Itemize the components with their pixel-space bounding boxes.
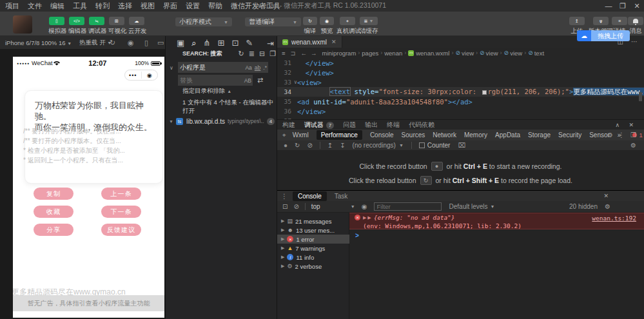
dock-side-icon[interactable]: ❐ (630, 131, 636, 139)
kebab-menu-icon[interactable]: ⋮ (618, 131, 625, 139)
console-prompt[interactable]: > (355, 232, 359, 239)
devtools-settings-icon[interactable]: ⚙ (607, 131, 613, 139)
drawer-tab-task[interactable]: Task (335, 193, 348, 200)
tab-terminal[interactable]: 终端 (387, 121, 400, 130)
console-error-entry[interactable]: × ▶ ▶ {errMsg: "no ad data"} (env: Windo… (349, 213, 644, 229)
filter-verbose[interactable]: ▶⚙2 verbose (277, 262, 349, 271)
replace-input[interactable] (178, 75, 242, 86)
close-tab-icon[interactable]: ✕ (331, 39, 337, 45)
filter-user-messages[interactable]: ▶☻13 user mes... (277, 226, 349, 235)
load-profile-icon[interactable]: ↥ (327, 142, 333, 149)
favorite-button[interactable]: 收藏 (34, 206, 73, 218)
filter-warnings[interactable]: ▶▲7 warnings (277, 244, 349, 253)
reload-icon[interactable]: ↻ (420, 176, 432, 185)
device-selector[interactable]: iPhone 6/7/8 100% 16 ▼ (5, 39, 72, 46)
crumb-pages[interactable]: pages (362, 50, 378, 57)
preview-button[interactable]: ◉ 预览 (320, 17, 334, 35)
landscape-icon[interactable]: ▭ (157, 39, 164, 47)
devtab-security[interactable]: Security (558, 131, 581, 139)
edit-icon[interactable]: ✎ (246, 38, 253, 48)
compile-button[interactable]: ↻ 编译 (303, 17, 317, 35)
color-swatch[interactable] (482, 90, 487, 95)
inspect-element-icon[interactable]: ⌖ (282, 131, 286, 139)
collapse-sidebar-icon[interactable]: ⇥ (267, 39, 274, 48)
devtab-storage[interactable]: Storage (528, 131, 551, 139)
mode-dropdown[interactable]: 小程序模式 ▼ (175, 17, 232, 26)
error-source-link[interactable]: wenan.ts:192 (592, 215, 636, 222)
match-case-icon[interactable]: Aa (245, 64, 251, 71)
feedback-button[interactable]: 反馈建议 (101, 224, 141, 236)
crumb-view[interactable]: view (462, 50, 474, 57)
more-actions-icon[interactable]: ⋯ (631, 38, 638, 45)
filter-all-messages[interactable]: ▶▤21 messages (277, 217, 349, 226)
tab-debugger[interactable]: 调试器7 (304, 121, 334, 130)
replace-all-icon[interactable]: ⇄ (257, 76, 263, 84)
expand-replace-chevron[interactable]: ∨ (170, 65, 173, 71)
search-file-row[interactable]: ▼ ts lib.wx.api.d.ts typings\types\... 4 (169, 117, 276, 126)
more-icon[interactable]: ••• (125, 72, 141, 79)
filter-errors[interactable]: ▶×1 error (277, 235, 349, 244)
crumb-view[interactable]: view (486, 50, 498, 57)
visualize-button[interactable]: ⊞ 可视化 (108, 17, 125, 35)
tab-wenan-wxml[interactable]: <> wenan.wxml ✕ (277, 36, 342, 48)
record-icon[interactable]: ● (284, 142, 288, 149)
drawer-kebab-icon[interactable]: ⋮ (281, 193, 288, 200)
messages-button[interactable]: 消息 (628, 17, 643, 35)
editor-button[interactable]: </> 编辑器 (68, 17, 85, 35)
crumb-miniprogram[interactable]: miniprogram (322, 50, 356, 57)
minimize-icon[interactable]: — (601, 2, 616, 10)
simulator-button[interactable]: ▯ 模拟器 (48, 17, 65, 35)
tab-problems[interactable]: 问题 (343, 121, 356, 130)
eye-icon[interactable]: ◉ (362, 203, 367, 210)
context-dropdown[interactable]: top ▼ (311, 203, 355, 210)
devtab-sources[interactable]: Sources (402, 131, 425, 139)
share-button[interactable]: 分享 (34, 224, 73, 236)
git-branch-icon[interactable]: ⋔ (204, 38, 211, 48)
tab-code-deps[interactable]: 代码依赖 (409, 121, 434, 130)
debugger-button[interactable]: ≒ 调试器 (88, 17, 105, 35)
search-icon[interactable]: ⌕ (191, 38, 196, 48)
copy-button[interactable]: 复制 (34, 188, 73, 200)
project-avatar[interactable] (13, 15, 32, 34)
crumb-text[interactable]: text (534, 50, 544, 57)
perf-settings-icon[interactable]: ⚙ (630, 142, 636, 149)
preserve-case-icon[interactable]: AB (244, 77, 251, 84)
clear-results-icon[interactable]: ≣ (249, 50, 255, 58)
tab-output[interactable]: 输出 (365, 121, 378, 130)
nav-back-icon[interactable]: ← (301, 50, 307, 57)
screenshot-icon[interactable]: ◉ (128, 39, 134, 47)
extensions-icon[interactable]: ⊞ (217, 38, 224, 48)
filter-info[interactable]: ▶i11 info (277, 253, 349, 262)
counter-checkbox[interactable]: Counter (419, 142, 451, 149)
tab-build[interactable]: 构建 (282, 121, 295, 130)
drawer-tab-console[interactable]: Console (293, 191, 327, 201)
scope-toggle[interactable]: 指定目录和排除 ▲ (182, 87, 231, 95)
outline-icon[interactable]: ≡ (282, 50, 286, 57)
devtab-console[interactable]: Console (370, 131, 394, 139)
new-search-icon[interactable]: ⊟ (259, 50, 265, 58)
clear-console-icon[interactable]: ⊘ (293, 203, 298, 210)
devtab-memory[interactable]: Memory (464, 131, 487, 139)
close-icon[interactable]: ✕ (630, 2, 644, 10)
clear-cache-button[interactable]: ≣▼ 清缓存 (360, 17, 378, 35)
crumb-file[interactable]: wenan.wxml (416, 50, 449, 57)
open-in-editor-icon[interactable]: ❐ (269, 50, 276, 58)
code-editor[interactable]: 31 </view> 32 </view> 33∨<view> 34 <text… (277, 58, 644, 119)
nav-forward-icon[interactable]: → (311, 50, 317, 57)
close-panel-icon[interactable]: ✕ (629, 122, 634, 128)
rotate-icon[interactable]: ↻ (110, 39, 115, 47)
exit-icon[interactable]: ◉ (142, 72, 158, 79)
record-icon[interactable]: ● (431, 162, 443, 171)
clear-icon[interactable]: ⊘ (307, 142, 312, 149)
reload-record-icon[interactable]: ↻ (295, 142, 300, 149)
compile-mode-dropdown[interactable]: 普通编译 ▼ (245, 17, 301, 26)
console-settings-icon[interactable]: ⚙ (605, 203, 610, 210)
search-input[interactable] (178, 62, 242, 73)
console-sidebar-toggle-icon[interactable]: ⊡ (282, 203, 288, 210)
recordings-dropdown[interactable]: (no recordings) ▼ (353, 142, 404, 149)
log-levels-dropdown[interactable]: Default levels ▼ (449, 203, 495, 210)
next-button[interactable]: 下一条 (101, 206, 141, 218)
close-drawer-icon[interactable]: ✕ (603, 193, 609, 199)
refresh-results-icon[interactable]: ↻ (238, 50, 244, 58)
crumb-wenan[interactable]: wenan (384, 50, 402, 57)
